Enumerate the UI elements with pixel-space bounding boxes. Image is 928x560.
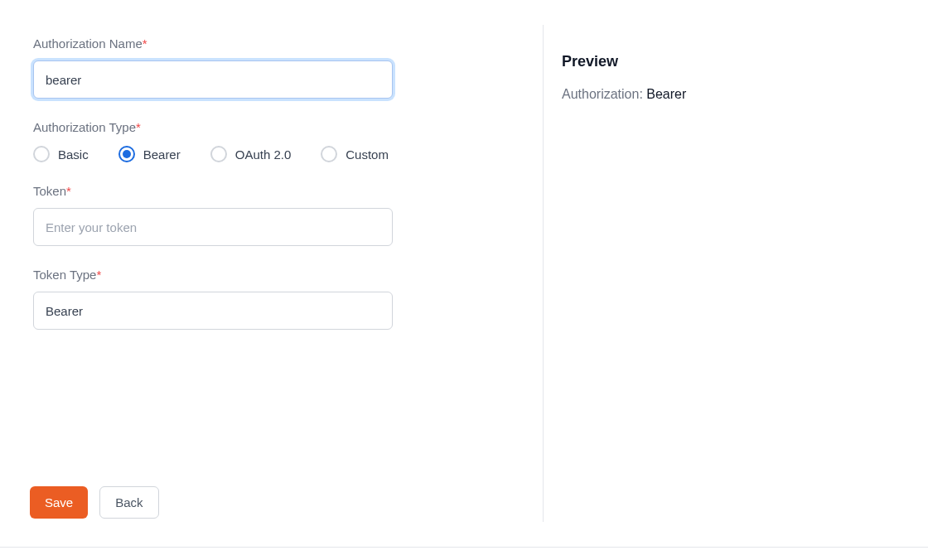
radio-label: OAuth 2.0 — [235, 147, 292, 162]
radio-circle-icon — [210, 146, 227, 162]
token-label: Token* — [33, 184, 510, 198]
bottom-divider — [0, 547, 928, 548]
radio-circle-icon — [118, 146, 135, 162]
form-panel: Authorization Name* Authorization Type* … — [0, 0, 543, 547]
auth-name-label: Authorization Name* — [33, 36, 510, 51]
radio-oauth[interactable]: OAuth 2.0 — [210, 146, 292, 162]
radio-label: Custom — [346, 147, 389, 162]
required-mark: * — [66, 184, 71, 198]
radio-circle-icon — [33, 146, 50, 162]
token-type-label: Token Type* — [33, 268, 510, 282]
radio-label: Bearer — [143, 147, 181, 162]
preview-panel: Preview Authorization: Bearer — [543, 25, 928, 522]
preview-key: Authorization: — [562, 87, 646, 101]
required-mark: * — [96, 268, 101, 282]
token-group: Token* — [33, 184, 510, 246]
radio-dot-icon — [123, 150, 131, 158]
preview-value: Bearer — [646, 87, 686, 101]
auth-type-label: Authorization Type* — [33, 120, 510, 134]
auth-type-radio-group: Basic Bearer OAuth 2.0 Custom — [33, 146, 510, 162]
auth-name-input[interactable] — [33, 60, 393, 99]
button-row: Save Back — [30, 486, 159, 519]
radio-circle-icon — [321, 146, 337, 162]
save-button[interactable]: Save — [30, 486, 88, 519]
radio-custom[interactable]: Custom — [321, 146, 389, 162]
preview-title: Preview — [562, 53, 903, 70]
auth-type-group: Authorization Type* Basic Bearer OAuth 2… — [33, 120, 510, 162]
token-type-input[interactable] — [33, 292, 393, 330]
radio-basic[interactable]: Basic — [33, 146, 89, 162]
preview-line: Authorization: Bearer — [562, 87, 903, 102]
token-input[interactable] — [33, 208, 393, 246]
token-type-group: Token Type* — [33, 268, 510, 330]
required-mark: * — [136, 120, 141, 134]
radio-label: Basic — [58, 147, 89, 162]
back-button[interactable]: Back — [99, 486, 158, 519]
auth-name-group: Authorization Name* — [33, 36, 510, 99]
required-mark: * — [143, 36, 147, 51]
radio-bearer[interactable]: Bearer — [118, 146, 181, 162]
